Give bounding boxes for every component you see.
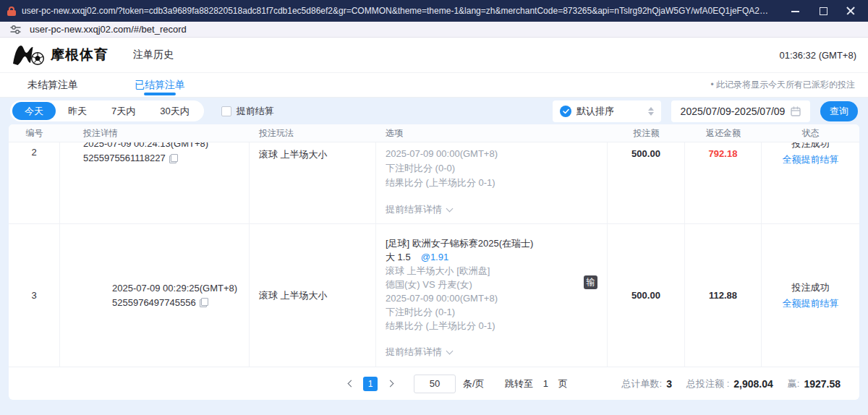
score-at-bet: 下注时比分 (0-0) — [386, 161, 607, 176]
tab-unsettled-label: 未结算注单 — [27, 79, 78, 92]
chevron-right-icon — [386, 380, 393, 388]
search-button[interactable]: 查询 — [820, 101, 858, 121]
selection-odds: @1.91 — [421, 250, 449, 264]
page-number-button[interactable]: 1 — [363, 377, 378, 391]
table-row: 3 2025-07-09 00:29:25(GMT+8) 52559764977… — [9, 224, 859, 367]
bet-number: 5255976497745556 — [112, 296, 196, 310]
result-score: 结果比分 (上半场比分 0-1) — [386, 319, 607, 333]
filter-yesterday[interactable]: 昨天 — [56, 102, 99, 120]
result-score: 结果比分 (上半场比分 0-1) — [386, 176, 607, 190]
check-circle-icon — [560, 106, 571, 117]
early-settle-detail-label: 提前结算详情 — [386, 203, 442, 216]
pagination-bar: 1 条/页 跳转至 1 页 总计单数: 3 总投注额 : 2,908.04 赢:… — [9, 367, 859, 400]
address-url[interactable]: user-pc-new.xxqj02.com/#/bet_record — [30, 24, 187, 35]
brand-swoosh-ball-icon — [12, 43, 45, 67]
active-tab-underline — [144, 93, 176, 95]
cell-bet-amount: 500.00 — [608, 142, 685, 223]
close-button[interactable] — [846, 7, 855, 15]
full-early-settle-link[interactable]: 全额提前结算 — [783, 296, 839, 312]
col-header-option: 选项 — [376, 127, 608, 140]
col-header-amount: 投注额 — [608, 127, 685, 140]
match-time: 2025-07-09 00:00(GMT+8) — [386, 147, 607, 161]
page-size-input[interactable] — [414, 375, 456, 393]
cell-play-type: 滚球 上半场大小 — [250, 224, 376, 367]
tab-settled-bets[interactable]: 已结算注单 — [135, 73, 185, 97]
copy-icon[interactable] — [169, 154, 178, 163]
col-header-status: 状态 — [762, 127, 859, 140]
total-stake-value: 2,908.04 — [733, 378, 773, 390]
full-early-settle-link[interactable]: 全额提前结算 — [762, 152, 859, 168]
early-settle-checkbox-group[interactable]: 提前结算 — [221, 105, 274, 118]
app-header: 摩根体育 注单历史 01:36:32 (GMT+8) — [0, 38, 868, 72]
tab-settled-label: 已结算注单 — [135, 79, 185, 92]
jump-page-value: 1 — [543, 378, 548, 389]
filter-last-30-days[interactable]: 30天内 — [148, 102, 201, 120]
browser-title-bar: user-pc-new.xxqj02.com/?token=cdb3a9689f… — [0, 0, 868, 22]
next-page-button[interactable] — [382, 376, 398, 392]
early-settle-checkbox[interactable] — [221, 106, 231, 116]
date-range-value: 2025/07/09-2025/07/09 — [681, 106, 786, 117]
chevron-down-icon — [446, 348, 454, 355]
record-note: • 此记录将显示今天所有已派彩的投注 — [710, 79, 855, 91]
early-settle-detail-link[interactable]: 提前结算详情 — [386, 346, 607, 359]
table-header-row: 编号 投注详情 投注玩法 选项 投注额 返还金额 状态 — [9, 124, 859, 142]
filter-bar: 今天 昨天 7天内 30天内 提前结算 默认排序 2025/07/09-2025… — [0, 98, 868, 124]
cell-bet-id: 2 — [9, 142, 60, 223]
date-range-picker[interactable]: 2025/07/09-2025/07/09 — [671, 100, 810, 122]
match-time: 2025-07-09 00:00(GMT+8) — [386, 291, 607, 305]
tab-row: 未结算注单 已结算注单 • 此记录将显示今天所有已派彩的投注 — [0, 72, 868, 98]
table-row: 2 2025-07-09 00:24:13(GMT+8) 52559755611… — [9, 142, 859, 224]
cell-play-type: 滚球 上半场大小 — [250, 142, 376, 223]
early-settle-label: 提前结算 — [237, 105, 274, 118]
total-count-value: 3 — [666, 378, 672, 390]
sort-dropdown[interactable]: 默认排序 — [553, 100, 661, 122]
filter-today[interactable]: 今天 — [12, 102, 56, 120]
app-window: user-pc-new.xxqj02.com/?token=cdb3a9689f… — [0, 0, 868, 415]
brand-name: 摩根体育 — [51, 46, 109, 64]
per-page-label: 条/页 — [463, 377, 485, 390]
totals-summary: 总计单数: 3 总投注额 : 2,908.04 赢: 1927.58 — [622, 377, 841, 390]
status-text: 投注成功 — [762, 142, 859, 152]
lock-icon — [7, 7, 16, 16]
bet-table-card: 编号 投注详情 投注玩法 选项 投注额 返还金额 状态 2 2025-07-09… — [9, 124, 859, 400]
menu-bet-history[interactable]: 注单历史 — [133, 48, 174, 61]
early-settle-detail-link[interactable]: 提前结算详情 — [386, 203, 607, 216]
cell-refund-amount: 112.88 — [685, 224, 762, 367]
match-teams: 德国(女) VS 丹麦(女) — [386, 278, 607, 291]
total-stake-label: 总投注额 : — [686, 377, 729, 390]
header-clock: 01:36:32 (GMT+8) — [779, 50, 856, 61]
cell-refund-amount: 792.18 — [685, 142, 762, 223]
jump-to-label: 跳转至 — [505, 377, 533, 390]
cell-bet-id: 3 — [9, 224, 60, 367]
maximize-button[interactable] — [819, 7, 827, 15]
sort-selected-value: 默认排序 — [576, 105, 614, 118]
early-settle-detail-label: 提前结算详情 — [386, 346, 442, 359]
sort-arrows-icon — [648, 107, 654, 116]
chevron-down-icon — [446, 205, 454, 213]
col-header-id: 编号 — [9, 127, 60, 140]
bet-number: 5255975561118227 — [83, 151, 166, 166]
col-header-play: 投注玩法 — [250, 127, 376, 140]
score-at-bet: 下注时比分 (0-1) — [386, 305, 607, 319]
total-count-label: 总计单数: — [622, 377, 663, 390]
chevron-left-icon — [347, 380, 354, 388]
minimize-button[interactable] — [791, 7, 800, 15]
browser-address-bar: user-pc-new.xxqj02.com/#/bet_record — [0, 22, 868, 38]
site-permissions-icon[interactable] — [10, 25, 21, 35]
calendar-icon — [791, 106, 801, 116]
filter-last-7-days[interactable]: 7天内 — [99, 102, 148, 120]
brand-logo: 摩根体育 — [12, 43, 109, 67]
tab-unsettled-bets[interactable]: 未结算注单 — [27, 73, 78, 97]
bet-time: 2025-07-09 00:29:25(GMT+8) — [112, 281, 237, 296]
bet-time: 2025-07-09 00:24:13(GMT+8) — [83, 142, 249, 151]
win-value: 1927.58 — [804, 378, 841, 390]
win-label: 赢: — [788, 377, 800, 390]
result-lose-badge: 输 — [584, 275, 597, 289]
copy-icon[interactable] — [200, 298, 208, 307]
league-name: [足球] 欧洲女子锦标赛2025(在瑞士) — [386, 236, 607, 250]
selection-name: 大 1.5 — [386, 250, 411, 264]
status-text: 投注成功 — [783, 280, 839, 296]
prev-page-button[interactable] — [343, 376, 359, 392]
cell-bet-amount: 500.00 — [608, 224, 685, 367]
page-unit-label: 页 — [558, 377, 568, 390]
